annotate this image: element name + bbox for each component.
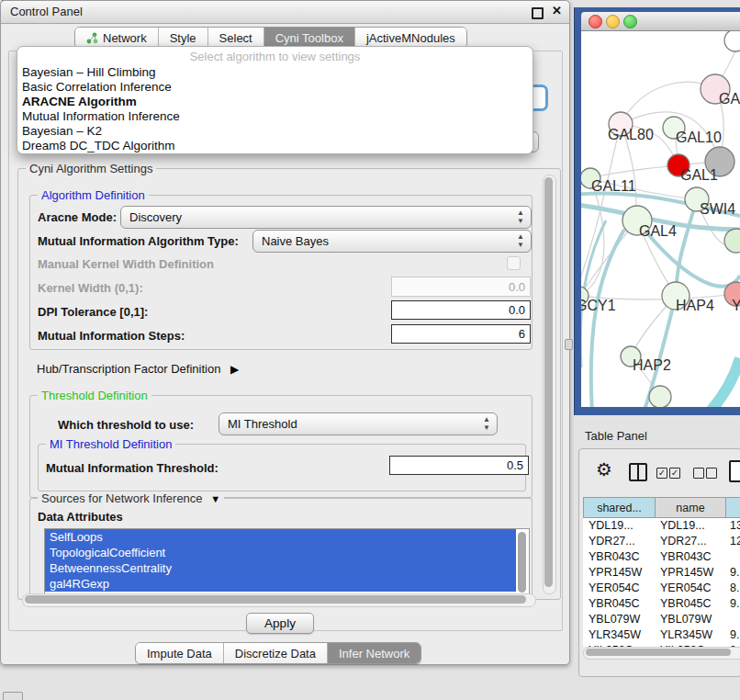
mi-type-combobox[interactable]: Naive Bayes ▲▼ xyxy=(252,230,532,253)
tab-infer-network[interactable]: Infer Network xyxy=(327,643,420,663)
node-label: GAL11 xyxy=(591,178,636,195)
data-attributes-label: Data Attributes xyxy=(38,510,123,524)
column-header-avg[interactable]: A xyxy=(725,497,740,518)
list-item[interactable]: SelfLoops xyxy=(45,529,516,545)
unchecked-checkbox-icon[interactable] xyxy=(693,468,704,479)
mi-threshold-group: MI Threshold Definition Mutual Informati… xyxy=(38,444,526,491)
gear-icon[interactable]: ⚙ xyxy=(596,458,612,480)
bottom-tabs: Impute Data Discretize Data Infer Networ… xyxy=(135,642,421,664)
checked-checkbox-icon[interactable]: ✓ xyxy=(656,468,667,479)
network-node[interactable] xyxy=(724,229,740,253)
tab-network[interactable]: Network xyxy=(75,28,158,48)
columns-icon[interactable] xyxy=(629,463,647,481)
network-node[interactable] xyxy=(649,386,671,407)
table-row[interactable]: YBR043CYBR043C xyxy=(583,549,740,565)
table-body: YDL19...YDL19...13 YDR27...YDR27...12 YB… xyxy=(583,518,740,647)
column-header-name[interactable]: name xyxy=(655,497,726,518)
list-item[interactable]: TopologicalCoefficient xyxy=(45,545,516,560)
spinner-icon: ▲▼ xyxy=(483,415,490,432)
node-label: HAP2 xyxy=(633,357,671,374)
application-root: Control Panel ✕ Network Style Select Cyn… xyxy=(0,0,740,700)
chevron-right-icon: ▶ xyxy=(230,363,239,376)
unchecked-checkbox-icon[interactable] xyxy=(706,468,717,479)
scrollbar-thumb[interactable] xyxy=(25,595,526,604)
network-canvas[interactable]: GAL GAL80 GAL10 GAL1 GAL11 SWI4 GAL4 GCY… xyxy=(581,31,740,407)
mi-threshold-field[interactable]: 0.5 xyxy=(389,456,529,475)
table-row[interactable]: YPR145WYPR145W9. xyxy=(583,565,740,581)
maximize-traffic-light[interactable] xyxy=(623,15,637,28)
scrollbar-thumb[interactable] xyxy=(544,177,553,587)
dpi-tolerance-field[interactable]: 0.0 xyxy=(391,300,531,320)
table-row[interactable]: YBR045CYBR045C9. xyxy=(583,596,740,612)
table-row[interactable]: YLR345WYLR345W9. xyxy=(583,627,740,643)
close-icon[interactable]: ✕ xyxy=(552,4,562,17)
which-threshold-combobox[interactable]: MI Threshold ▲▼ xyxy=(219,412,498,435)
tab-impute-data[interactable]: Impute Data xyxy=(136,643,223,663)
node-label: SWI4 xyxy=(700,201,735,218)
network-node[interactable] xyxy=(724,31,740,51)
group-title: Threshold Definition xyxy=(38,389,151,402)
cyni-algorithm-settings-group: Cyni Algorithm Settings Algorithm Defini… xyxy=(17,168,561,600)
table-row[interactable]: YDL19...YDL19...13 xyxy=(583,518,740,534)
tab-jactivemnodules[interactable]: jActiveMNodules xyxy=(354,28,466,48)
apply-button[interactable]: Apply xyxy=(246,613,314,634)
sources-expander[interactable]: Sources for Network Inference ▼ xyxy=(38,491,224,505)
node-label: GCY1 xyxy=(581,298,616,314)
chevron-down-icon: ▼ xyxy=(210,493,220,504)
mi-threshold-label: Mutual Information Threshold: xyxy=(46,461,219,475)
group-title: MI Threshold Definition xyxy=(46,437,175,451)
list-item[interactable]: BetweennessCentrality xyxy=(45,560,516,576)
table-panel: ⚙ ✓ ✓ shared... name A YDL19...YDL19...1… xyxy=(578,448,740,677)
algorithm-option[interactable]: Bayesian – K2 xyxy=(22,124,102,138)
algorithm-option[interactable]: Bayesian – Hill Climbing xyxy=(22,65,156,79)
which-threshold-label: Which threshold to use: xyxy=(58,418,194,432)
node-label: GAL4 xyxy=(639,223,677,240)
manual-kernel-checkbox[interactable] xyxy=(507,256,521,270)
control-panel-titlebar: Control Panel ✕ xyxy=(1,1,569,24)
hub-definition-expander[interactable]: Hub/Transcription Factor Definition ▶ xyxy=(37,362,239,376)
float-window-icon[interactable] xyxy=(532,7,544,19)
list-item[interactable]: gal4RGexp xyxy=(45,576,516,592)
table-horizontal-scrollbar[interactable] xyxy=(583,647,740,660)
threshold-definition-group: Threshold Definition Which threshold to … xyxy=(29,395,533,498)
table-row[interactable]: YER054CYER054C8. xyxy=(583,581,740,596)
spinner-icon: ▲▼ xyxy=(517,232,524,249)
scrollbar-thumb[interactable] xyxy=(586,649,731,656)
aracne-mode-combobox[interactable]: Discovery ▲▼ xyxy=(120,206,532,229)
mi-steps-label: Mutual Information Steps: xyxy=(38,329,185,343)
node-label: GAL1 xyxy=(680,167,718,184)
tab-cyni-toolbox[interactable]: Cyni Toolbox xyxy=(263,28,354,48)
tab-label: Network xyxy=(103,31,147,45)
algorithm-definition-group: Algorithm Definition Aracne Mode: Discov… xyxy=(29,195,533,350)
control-panel-window: Control Panel ✕ Network Style Select Cyn… xyxy=(0,0,570,665)
panel-splitter-grip[interactable] xyxy=(565,339,573,350)
close-traffic-light[interactable] xyxy=(589,15,602,28)
minimized-panel-icon[interactable] xyxy=(3,692,23,700)
document-icon[interactable] xyxy=(729,460,740,482)
list-scrollbar-thumb[interactable] xyxy=(518,532,526,593)
table-row[interactable]: YDR27...YDR27...12 xyxy=(583,534,740,549)
table-row[interactable]: YBL079WYBL079W xyxy=(583,612,740,627)
tab-discretize-data[interactable]: Discretize Data xyxy=(223,643,327,663)
algorithm-option-selected[interactable]: ARACNE Algorithm xyxy=(22,95,137,108)
checked-checkbox-icon[interactable]: ✓ xyxy=(669,468,680,479)
manual-kernel-label: Manual Kernel Width Definition xyxy=(38,257,214,271)
minimize-traffic-light[interactable] xyxy=(606,15,620,28)
mi-steps-field[interactable]: 6 xyxy=(391,324,531,344)
settings-vertical-scrollbar[interactable] xyxy=(543,175,556,594)
column-header-shared-name[interactable]: shared... xyxy=(583,497,656,518)
algorithm-option[interactable]: Mutual Information Inference xyxy=(22,109,180,123)
kernel-width-field[interactable]: 0.0 xyxy=(391,277,531,297)
group-title: Algorithm Definition xyxy=(38,188,149,202)
tab-select[interactable]: Select xyxy=(207,28,263,48)
node-label: HAP4 xyxy=(676,298,714,314)
settings-horizontal-scrollbar[interactable] xyxy=(22,593,536,607)
algorithm-option[interactable]: Dream8 DC_TDC Algorithm xyxy=(22,139,175,152)
network-icon xyxy=(86,32,98,44)
dropdown-hint: Select algorithm to view settings xyxy=(17,50,533,63)
network-graph xyxy=(581,31,740,407)
network-window-titlebar xyxy=(581,12,740,31)
spinner-icon: ▲▼ xyxy=(517,209,524,225)
tab-style[interactable]: Style xyxy=(158,28,207,48)
algorithm-option[interactable]: Basic Correlation Inference xyxy=(22,80,172,94)
